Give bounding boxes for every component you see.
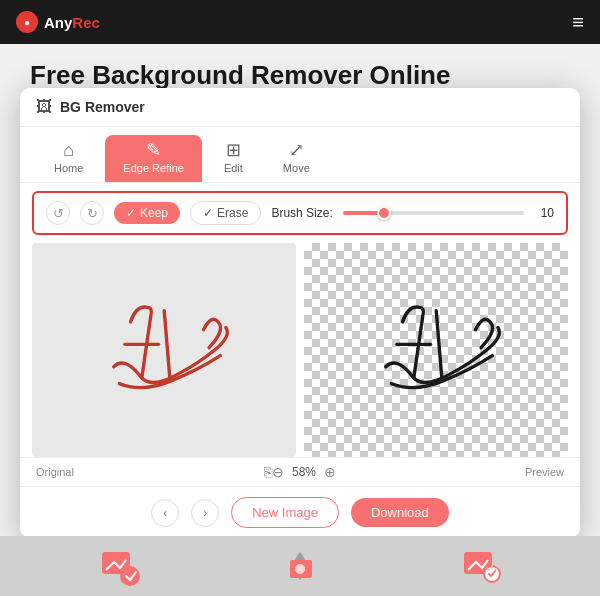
original-panel <box>32 243 296 457</box>
bottom-icon-2 <box>278 544 322 588</box>
page-heading: Free Background Remover Online <box>30 60 450 91</box>
svg-point-3 <box>295 564 305 574</box>
action-bar: ‹ › New Image Download <box>20 486 580 538</box>
hamburger-icon[interactable]: ≡ <box>572 12 584 32</box>
bottom-icon-1 <box>98 544 142 588</box>
edge-refine-icon: ✎ <box>146 141 161 159</box>
logo-area: ● AnyRec <box>16 11 100 33</box>
tab-move-label: Move <box>283 162 310 174</box>
bottom-strip <box>0 536 600 596</box>
tab-edge-refine[interactable]: ✎ Edge Refine <box>105 135 202 182</box>
modal-header: 🖼 BG Remover <box>20 88 580 127</box>
new-image-button[interactable]: New Image <box>231 497 339 528</box>
zoom-controls: ⊖ 58% ⊕ <box>272 464 336 480</box>
erase-label: Erase <box>217 206 248 220</box>
brush-slider[interactable] <box>343 211 524 215</box>
preview-panel <box>304 243 568 457</box>
preview-label: Preview <box>336 466 564 478</box>
prev-button[interactable]: ‹ <box>151 499 179 527</box>
tab-home-label: Home <box>54 162 83 174</box>
zoom-value: 58% <box>292 465 316 479</box>
modal-title: BG Remover <box>60 99 145 115</box>
tab-bar: ⌂ Home ✎ Edge Refine ⊞ Edit ⤢ Move <box>20 127 580 183</box>
erase-check-icon: ✓ <box>203 206 213 220</box>
next-button[interactable]: › <box>191 499 219 527</box>
brush-value: 10 <box>534 206 554 220</box>
tab-move[interactable]: ⤢ Move <box>265 135 328 182</box>
status-bar: Original ⎘ ⊖ 58% ⊕ Preview <box>20 457 580 486</box>
keep-button[interactable]: ✓ Keep <box>114 202 180 224</box>
brush-slider-container <box>343 211 524 215</box>
original-signature <box>52 259 276 441</box>
tab-edit[interactable]: ⊞ Edit <box>206 135 261 182</box>
brush-slider-thumb[interactable] <box>377 206 391 220</box>
brush-size-label: Brush Size: <box>271 206 332 220</box>
modal-overlay: 🖼 BG Remover ⌂ Home ✎ Edge Refine ⊞ Edit… <box>20 88 580 538</box>
zoom-in-icon[interactable]: ⊕ <box>324 464 336 480</box>
tab-edit-label: Edit <box>224 162 243 174</box>
top-navigation: ● AnyRec ≡ <box>0 0 600 44</box>
home-icon: ⌂ <box>63 141 74 159</box>
bg-remover-icon: 🖼 <box>36 98 52 116</box>
keep-check-icon: ✓ <box>126 206 136 220</box>
logo-text: AnyRec <box>44 14 100 31</box>
image-panels <box>20 243 580 457</box>
toolbar: ↺ ↻ ✓ Keep ✓ Erase Brush Size: 10 <box>32 191 568 235</box>
bottom-icon-3 <box>458 544 502 588</box>
download-button[interactable]: Download <box>351 498 449 527</box>
tab-edge-refine-label: Edge Refine <box>123 162 184 174</box>
edit-icon: ⊞ <box>226 141 241 159</box>
zoom-out-icon[interactable]: ⊖ <box>272 464 284 480</box>
preview-signature <box>324 259 548 441</box>
logo-icon: ● <box>16 11 38 33</box>
tab-home[interactable]: ⌂ Home <box>36 135 101 182</box>
undo-button[interactable]: ↺ <box>46 201 70 225</box>
svg-point-1 <box>120 566 140 586</box>
erase-button[interactable]: ✓ Erase <box>190 201 261 225</box>
keep-label: Keep <box>140 206 168 220</box>
original-label: Original <box>36 466 264 478</box>
move-icon: ⤢ <box>289 141 304 159</box>
redo-button[interactable]: ↻ <box>80 201 104 225</box>
copy-icon[interactable]: ⎘ <box>264 464 272 480</box>
